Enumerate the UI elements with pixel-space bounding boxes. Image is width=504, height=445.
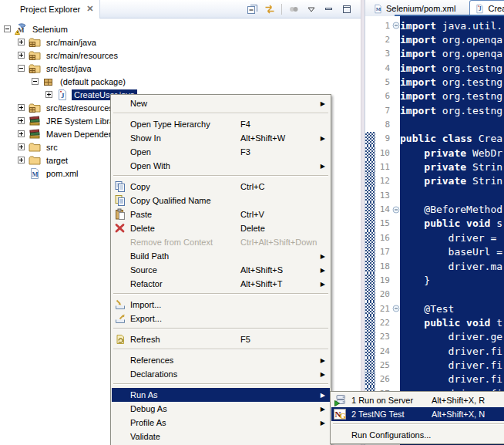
delete-icon [114,222,126,234]
tree-item-label[interactable]: src/test/java [44,63,94,74]
menu-item-validate[interactable]: Validate [112,430,330,443]
menu-item-refresh[interactable]: RefreshF5 [112,332,330,346]
code-text: import org.openqa [400,48,504,59]
menu-item-debug-as[interactable]: Debug As▶ [112,402,330,416]
menu-item-open-type-hierarchy[interactable]: Open Type HierarchyF4 [112,117,330,131]
menu-item-label: Open With [130,161,170,170]
expander-plus-icon[interactable] [18,104,25,111]
menu-item-show-in[interactable]: Show InAlt+Shift+W▶ [112,131,330,145]
menu-item-run-configurations[interactable]: Run Configurations... [331,428,504,442]
menu-item-delete[interactable]: DeleteDelete [112,221,330,235]
quickdiff-annotation [365,32,375,46]
fold-column [392,373,400,386]
view-menu-icon[interactable] [305,3,318,15]
project-explorer-tab[interactable]: Project Explorer ✕ [0,0,100,19]
menu-item-open-with[interactable]: Open With▶ [112,159,330,173]
menu-item-source[interactable]: SourceAlt+Shift+S▶ [112,263,330,277]
expander-plus-icon[interactable] [18,143,25,150]
tree-item-default-package[interactable]: (default package) [0,75,361,88]
code-text: private Strin [400,175,504,187]
menu-item-copy[interactable]: CopyCtrl+C [112,180,330,194]
fold-minus-icon[interactable] [392,19,400,32]
menu-item-refactor[interactable]: RefactorAlt+Shift+T▶ [112,277,330,291]
editor-tab-selenium-pom-xml[interactable]: MSelenium/pom.xml [368,1,460,16]
expander-minus-icon[interactable] [32,78,39,85]
fold-minus-icon[interactable] [392,302,400,315]
line-number: 19 [375,275,392,285]
code-editor[interactable]: 1import java.util.2import org.openqa3imp… [365,16,504,445]
menu-item-new[interactable]: New▶ [112,96,330,110]
menu-item-copy-qualified-name[interactable]: Copy Qualified Name [112,194,330,207]
expander-plus-icon[interactable] [18,117,25,124]
menu-item-shortcut: Delete [240,224,265,233]
line-number: 4 [375,63,392,73]
editor-tab-createuser-java[interactable]: JCreateUser.java [469,0,504,16]
tree-item-label[interactable]: src/main/java [44,37,99,48]
expander-plus-icon[interactable] [18,52,25,59]
code-text: import org.testng [400,105,504,116]
submenu-arrow-icon: ▶ [321,420,325,426]
menu-item-label: Import... [130,300,161,309]
submenu-arrow-icon: ▶ [321,253,325,260]
line-number: 13 [375,190,392,201]
menu-item-export[interactable]: Export... [112,312,330,325]
collapse-all-icon[interactable] [246,3,258,15]
close-icon[interactable]: ✕ [86,4,93,14]
quickdiff-annotation [365,315,375,329]
source-folder-icon [29,62,41,75]
tree-item-src-test-java[interactable]: src/test/java [0,62,361,75]
tree-item-src-main-resources[interactable]: src/main/resources [0,49,361,62]
menu-item-paste[interactable]: PasteCtrl+V [112,207,330,221]
menu-item-profile-as[interactable]: Profile As▶ [112,416,330,430]
tree-item-label[interactable]: target [44,155,70,166]
expander-minus-icon[interactable] [18,65,25,72]
menu-item-1-run-on-server[interactable]: 1 Run on ServerAlt+Shift+X, R [331,393,504,407]
minimize-icon[interactable] [323,3,335,15]
menu-item-label: Run As [130,390,157,399]
line-number: 18 [375,261,392,271]
line-number: 5 [375,77,392,87]
code-line: 25 driver.fi [365,358,504,372]
submenu-arrow-icon: ▶ [321,392,325,399]
expander-plus-icon[interactable] [45,91,52,98]
line-number: 21 [375,304,392,314]
tree-item-label[interactable]: src [44,142,60,153]
expander-plus-icon[interactable] [18,157,25,164]
code-line: 3import org.openqa [365,47,504,61]
paste-icon [114,208,126,221]
quickdiff-annotation [365,344,375,358]
menu-item-open[interactable]: OpenF3 [112,145,330,159]
expander-plus-icon[interactable] [18,39,25,46]
tree-item-label[interactable]: (default package) [58,76,128,87]
fold-minus-icon[interactable] [392,202,400,216]
pom-file-icon: M [29,167,41,180]
view-title: Project Explorer [20,5,80,14]
menu-item-declarations[interactable]: Declarations▶ [112,367,330,381]
menu-item-references[interactable]: References▶ [112,353,330,367]
link-with-editor-icon[interactable] [264,3,276,15]
tree-item-selenium[interactable]: MSelenium [0,22,361,35]
tree-item-label[interactable]: Selenium [30,24,70,35]
editor-area: MSelenium/pom.xmlJCreateUser.java 1impor… [365,0,504,445]
code-text: driver.ge [400,331,504,342]
tree-item-label[interactable]: src/test/resources [44,103,116,113]
testng-icon: NG [334,408,346,420]
menu-item-label: Show In [130,133,161,143]
project-explorer-header: Project Explorer ✕ [0,0,361,19]
tree-item-label[interactable]: pom.xml [44,168,81,179]
code-line: 24 driver.fi [365,344,504,358]
menu-item-build-path[interactable]: Build Path▶ [112,249,330,263]
menu-item-2-testng-test[interactable]: NG2 TestNG TestAlt+Shift+X, N [331,407,504,421]
svg-text:G: G [340,411,347,420]
expander-plus-icon[interactable] [18,130,25,137]
maximize-icon[interactable] [341,3,353,15]
menu-item-run-as[interactable]: Run As▶ [112,388,330,402]
tree-item-src-main-java[interactable]: src/main/java [0,35,361,49]
menu-item-import[interactable]: Import... [112,298,330,312]
tree-item-label[interactable]: src/main/resources [44,50,120,61]
expander-minus-icon[interactable] [4,25,11,32]
line-number: 11 [375,162,392,172]
line-number: 2 [375,35,392,45]
quickdiff-annotation [365,217,375,231]
menu-item-label: Profile As [130,418,166,427]
